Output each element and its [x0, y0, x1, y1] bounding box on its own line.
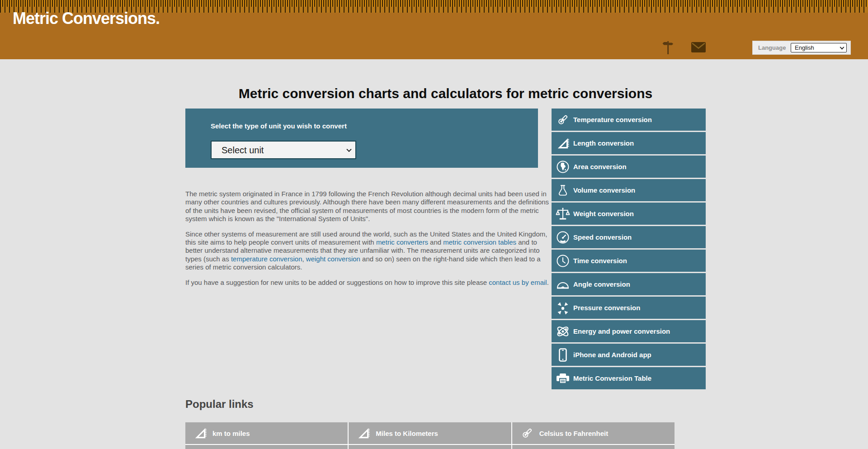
sidebar-item-label: iPhone and Android app — [573, 351, 651, 359]
speedometer-icon — [555, 229, 571, 246]
atom-icon — [555, 323, 571, 340]
sidebar-item-label: Volume conversion — [573, 186, 635, 194]
sidebar-item-label: Speed conversion — [573, 233, 632, 241]
paragraph-text: The metric system originated in France i… — [185, 190, 549, 222]
thermometer-icon — [520, 426, 534, 440]
scales-icon — [555, 206, 571, 222]
paragraph: The metric system originated in France i… — [185, 190, 551, 223]
sidebar-item-label: Energy and power conversion — [573, 327, 670, 335]
sidebar-item-label: Weight conversion — [573, 210, 634, 217]
conversion-sidebar: Temperature conversion Length conversion… — [552, 109, 706, 391]
inline-link-weight-conversion[interactable]: weight conversion — [306, 255, 360, 263]
protractor-icon — [555, 276, 571, 293]
popular-link-label: Miles to Kilometers — [376, 430, 438, 437]
inline-link-metric-conversion-tables[interactable]: metric conversion tables — [443, 238, 516, 246]
popular-link-partial[interactable] — [512, 445, 675, 449]
inline-link-metric-converters[interactable]: metric converters — [376, 238, 428, 246]
paragraph-text: If you have a suggestion for new units t… — [185, 279, 489, 286]
sidebar-item-angle-conversion[interactable]: Angle conversion — [552, 273, 706, 295]
site-header: Metric Conversions. Language English — [0, 0, 868, 59]
sidebar-item-label: Angle conversion — [573, 280, 630, 288]
site-logo[interactable]: Metric Conversions. — [13, 9, 160, 28]
sidebar-item-time-conversion[interactable]: Time conversion — [552, 250, 706, 272]
page-title: Metric conversion charts and calculators… — [185, 86, 706, 101]
paragraph-text: . — [547, 279, 549, 286]
sidebar-item-label: Length conversion — [573, 139, 634, 147]
language-label: Language — [758, 44, 786, 51]
popular-link-km-to-miles[interactable]: km to miles — [185, 422, 348, 444]
popular-link-partial[interactable] — [185, 445, 348, 449]
paragraph: Since other systems of measurement are s… — [185, 230, 551, 272]
sidebar-item-pressure-conversion[interactable]: Pressure conversion — [552, 297, 706, 319]
sidebar-item-energy-and-power-conversion[interactable]: Energy and power conversion — [552, 320, 706, 342]
printer-icon — [555, 370, 571, 387]
sidebar-item-metric-conversion-table[interactable]: Metric Conversion Table — [552, 367, 706, 389]
unit-select[interactable]: Select unit — [211, 141, 356, 159]
globe-icon — [555, 159, 571, 175]
paragraph: If you have a suggestion for new units t… — [185, 279, 551, 287]
popular-links-grid: km to miles Miles to Kilometers Celsius … — [185, 422, 675, 449]
flask-icon — [555, 182, 571, 199]
sidebar-item-label: Metric Conversion Table — [573, 374, 651, 382]
language-widget: Language English — [752, 41, 851, 55]
paragraph-text: , — [302, 255, 306, 263]
signpost-icon[interactable] — [661, 40, 675, 55]
popular-link-label: Celsius to Fahrenheit — [539, 430, 609, 437]
inline-link-contact-us-by-email[interactable]: contact us by email — [489, 279, 547, 286]
popular-link-miles-to-kilometers[interactable]: Miles to Kilometers — [349, 422, 511, 444]
intro-article: The metric system originated in France i… — [185, 190, 551, 293]
popular-links-heading: Popular links — [185, 398, 254, 411]
thermometer-icon — [555, 112, 571, 128]
sidebar-item-iphone-and-android-app[interactable]: iPhone and Android app — [552, 344, 706, 366]
language-select[interactable]: English — [791, 43, 847, 52]
sidebar-item-area-conversion[interactable]: Area conversion — [552, 156, 706, 178]
ruler-icon — [357, 426, 370, 440]
sidebar-item-label: Pressure conversion — [573, 304, 640, 312]
mail-icon[interactable] — [691, 42, 706, 53]
clock-icon — [555, 253, 571, 269]
paragraph-text: and — [428, 238, 443, 246]
sidebar-item-length-conversion[interactable]: Length conversion — [552, 132, 706, 154]
sidebar-item-weight-conversion[interactable]: Weight conversion — [552, 203, 706, 225]
sidebar-item-volume-conversion[interactable]: Volume conversion — [552, 179, 706, 201]
sidebar-item-label: Temperature conversion — [573, 116, 652, 123]
popular-link-label: km to miles — [212, 430, 250, 437]
sidebar-item-label: Area conversion — [573, 163, 627, 170]
unit-converter-box: Select the type of unit you wish to conv… — [185, 109, 538, 168]
phone-icon — [555, 347, 571, 363]
popular-link-partial[interactable] — [349, 445, 511, 449]
pressure-icon — [555, 300, 571, 316]
sidebar-item-temperature-conversion[interactable]: Temperature conversion — [552, 109, 706, 131]
ruler-icon — [193, 426, 207, 440]
ruler-icon — [555, 135, 571, 151]
ruler-pattern-dense — [0, 0, 868, 7]
unit-select-label: Select the type of unit you wish to conv… — [211, 122, 347, 130]
sidebar-item-label: Time conversion — [573, 257, 627, 265]
sidebar-item-speed-conversion[interactable]: Speed conversion — [552, 226, 706, 248]
popular-link-celsius-to-fahrenheit[interactable]: Celsius to Fahrenheit — [512, 422, 675, 444]
inline-link-temperature-conversion[interactable]: temperature conversion — [231, 255, 302, 263]
